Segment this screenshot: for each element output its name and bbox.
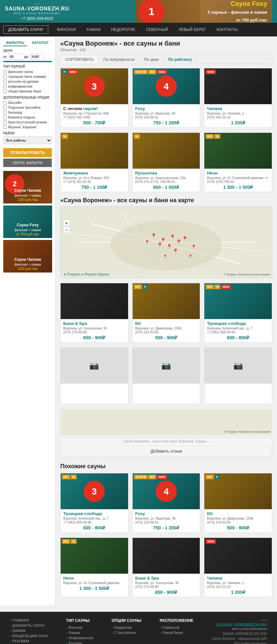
svg-text:📍: 📍 xyxy=(182,236,188,242)
card-foxy[interactable]: 4 ★★★★ HIT NEW Foxy Воронеж, ул. Вядплуа… xyxy=(132,68,200,128)
card-zhemchuzhina[interactable]: % Жемчужина Воронеж, ул. 9-го Января, 25… xyxy=(60,133,128,192)
footer-link-severny[interactable]: Северный xyxy=(160,625,193,629)
card-img-rusalochka: % xyxy=(133,133,200,169)
card-rusalochka[interactable]: % Русалочка Воронеж, ул. Краснодонская, … xyxy=(132,133,200,192)
footer-link-hamam2[interactable]: Хамам xyxy=(66,631,93,635)
map-yandex-link[interactable]: ♦ Открыть в Яндекс.Картах xyxy=(64,272,109,276)
nav-item-nedorogie[interactable]: НЕДОРОГИЕ xyxy=(106,23,140,36)
content-area: «Сауна Воронеж» - все сауны и бани Объек… xyxy=(55,36,277,605)
sort-label: СОРТИРОВАТЬ xyxy=(61,55,99,64)
add-review-button[interactable]: Добавить отзыв xyxy=(62,446,270,456)
similar-img-troitskaya: 3 HIT % xyxy=(61,473,128,509)
svg-text:📍: 📍 xyxy=(157,242,163,248)
card-phone-foxy: (473) 229-56-5х xyxy=(135,116,197,119)
filter-button[interactable]: ОТФИЛЬТРОВАТЬ xyxy=(3,148,52,157)
card-chapaev[interactable]: NEW Чапаев Воронеж, ул. Чапаева, 2 (473)… xyxy=(204,68,272,128)
similar-img-yug: HIT P xyxy=(204,473,272,509)
banner-text: Сауна Foxy 2 парные - финская и хамам от… xyxy=(208,0,267,23)
card-price-zhemchuzhina: 750 - 1 100₽ xyxy=(63,185,125,190)
footer-link-add[interactable]: ДОБАВИТЬ САУНУ xyxy=(10,623,48,627)
svg-text:📍: 📍 xyxy=(191,244,197,250)
similar-card-yug[interactable]: HIT P Юг Воронеж, ул. Димитрова, 1596 (4… xyxy=(204,473,272,533)
card-name-chapaev: Чапаев xyxy=(207,106,269,111)
card-img-troitskaya: HIT % NEW xyxy=(204,283,272,319)
similar-card-bani-spa[interactable]: Бани & Spa Воронеж, ул. Хользунова, 36 (… xyxy=(132,538,200,597)
sidebar-ad-3[interactable]: Сауна Чапаевфинская + хамам1200 руб./час xyxy=(3,240,52,273)
similar-card-troitskaya[interactable]: 3 HIT % Троицкая слобода Воронеж, Купянс… xyxy=(60,473,128,533)
card-img-c-legkim: 3 P NEW xyxy=(61,68,128,104)
card-img-bani-spa xyxy=(61,283,128,319)
cards-grid-3: Бани & Spa Воронеж, ул. Хользунова, 36 (… xyxy=(60,283,272,343)
add-sauna-button[interactable]: ДОБАВИТЬ САУНУ xyxy=(3,25,48,34)
svg-text:📍: 📍 xyxy=(169,234,176,240)
tab-filters[interactable]: ФИЛЬТРЫ xyxy=(3,40,27,46)
footer-link-reklama[interactable]: РЕКЛАМА xyxy=(10,639,48,643)
card-name-rusalochka: Русалочка xyxy=(135,171,197,175)
similar-img-bani-spa xyxy=(133,538,200,574)
badge-stars-foxy: ★★★★ xyxy=(134,70,148,74)
card-bani-spa[interactable]: Бани & Spa Воронеж, ул. Хользунова, 36 (… xyxy=(60,283,128,343)
sort-rating[interactable]: По рейтингу xyxy=(164,55,197,64)
footer-link-owners[interactable]: ВЛАДЕЛЬЦАМ САУН xyxy=(10,634,48,638)
footer-link-cheap[interactable]: Недорогие xyxy=(111,625,141,629)
page-title: «Сауна Воронеж» - все сауны и бани xyxy=(60,40,272,47)
map-zoom-in[interactable]: + xyxy=(63,220,70,226)
sort-popularity[interactable]: По популярности xyxy=(99,55,139,64)
similar-circle-troitskaya: 3 xyxy=(84,481,105,502)
card-addr-chapaev: Воронеж, ул. Чапаева, 2 xyxy=(207,112,269,115)
card-price-yug: 500 - 900₽ xyxy=(135,335,197,340)
main-layout: ФИЛЬТРЫ КАТАЛОГ ЦЕНА от до ТИП ПАРНОЙ фи… xyxy=(0,36,277,605)
card-troitskaya[interactable]: HIT % NEW Троицкая слобода Воронеж, Купя… xyxy=(204,283,272,343)
svg-text:📍: 📍 xyxy=(166,244,173,250)
footer-link-russkaya[interactable]: Русская xyxy=(66,641,93,644)
nav-item-severny[interactable]: СЕВЕРНЫЙ xyxy=(140,23,173,36)
nav-item-hamam[interactable]: ХАМАМ xyxy=(81,23,106,36)
similar-card-neon[interactable]: HIT % Неон Воронеж, ул. 41 Стрелковой ди… xyxy=(60,538,128,597)
badge-new-troitskaya: NEW xyxy=(221,285,231,289)
footer-link-main[interactable]: ГЛАВНАЯ xyxy=(10,618,48,622)
similar-card-chapaev[interactable]: NEW Чапаев Воронеж, ул. Чапаева, 2 (473)… xyxy=(204,538,272,597)
card-badges-foxy: ★★★★ HIT NEW xyxy=(134,70,167,74)
footer-logo-text: SAUNA-VORONEZH.RU xyxy=(211,622,267,627)
header-banner[interactable]: 1 Сауна Foxy 2 парные - финская и хамам … xyxy=(135,0,272,23)
footer-link-infra[interactable]: Инфракрасная xyxy=(66,636,93,640)
footer-col-location: РАСПОЛОЖЕНИЕ Северный Левый берег xyxy=(160,618,193,644)
logo: ~~~ SAUNA-VORONEZH.RU ВСЕ САУНЫ ВОРОНЕЖА… xyxy=(5,2,69,21)
district-select[interactable]: Все районы xyxy=(3,136,52,144)
sidebar-ad-1[interactable]: 2 Сауна Чапаевфинская + хамам1200 руб./ч… xyxy=(3,171,52,203)
district-section-title: РАЙОН xyxy=(3,132,52,135)
reset-filter-button[interactable]: СБРОС ФИЛЬТРА xyxy=(3,159,52,167)
map-container[interactable]: 📍 📍 📍 📍 📍 📍 📍 📍 📍 📍 📍 📍 + − xyxy=(60,206,272,278)
card-badges-chapaev: NEW xyxy=(206,70,216,74)
card-addr-foxy: Воронеж, ул. Вядплуак, 96 xyxy=(135,112,197,115)
similar-card-foxy[interactable]: 4 ★★★★ HIT NEW Foxy Воронеж, ул. Фадплуа… xyxy=(132,473,200,533)
tab-catalog[interactable]: КАТАЛОГ xyxy=(30,40,51,46)
price-from-input[interactable] xyxy=(8,54,23,60)
footer-link-finskaya[interactable]: Финская xyxy=(66,625,93,629)
footer: ГЛАВНАЯ ДОБАВИТЬ САУНУ ХАМАМ ВЛАДЕЛЬЦАМ … xyxy=(0,612,277,644)
review-map-copyright: © Яндекс Условия использования xyxy=(224,430,270,433)
card-body-yug: Юг Воронеж, ул. Димитрова, 1596 (473) 22… xyxy=(133,319,200,342)
sidebar-ad-2[interactable]: Сауна Foxyфинская + хамамот 750 руб./час xyxy=(3,205,52,238)
opt-pool: бассейн xyxy=(3,101,52,105)
card-c-legkim[interactable]: 3 P NEW С легким паром! Воронеж, пр-т Па… xyxy=(60,68,128,128)
footer-link-hamam[interactable]: ХАМАМ xyxy=(10,629,48,633)
price-to-input[interactable] xyxy=(29,54,44,60)
footer-link-pool[interactable]: С бассейном xyxy=(111,631,141,635)
card-badges-neon: HIT % xyxy=(206,134,220,139)
card-neon[interactable]: HIT % Неон Воронеж, ул. 41 Стрелковой ди… xyxy=(204,133,272,192)
badge-pct-neon: % xyxy=(214,134,220,139)
card-body-bani-spa: Бани & Spa Воронеж, ул. Хользунова, 36 (… xyxy=(61,319,128,342)
price-slider[interactable] xyxy=(3,61,52,62)
card-yug[interactable]: HIT P Юг Воронеж, ул. Димитрова, 1596 (4… xyxy=(132,283,200,343)
nav-item-levyberg[interactable]: ЛЕВЫЙ БЕРЕГ xyxy=(173,23,211,36)
sort-price[interactable]: По цене xyxy=(139,55,164,64)
nav-item-kontakty[interactable]: КОНТАКТЫ xyxy=(211,23,243,36)
footer-link-levyberg[interactable]: Левый берег xyxy=(160,631,193,635)
map-copyright: © Яндекс Условия использования xyxy=(224,273,270,276)
nav-item-finskaya[interactable]: ФИНСКАЯ xyxy=(51,23,81,36)
header-phone: +7 (900) 949-8423 xyxy=(21,16,53,21)
footer-logo-sub: ВСЕ САУНЫ ВОРОНЕЖА xyxy=(211,627,267,631)
map-zoom-out[interactable]: − xyxy=(63,227,70,233)
ad-text-3: Сауна Чапаевфинская + хамам1200 руб./час xyxy=(3,257,52,271)
